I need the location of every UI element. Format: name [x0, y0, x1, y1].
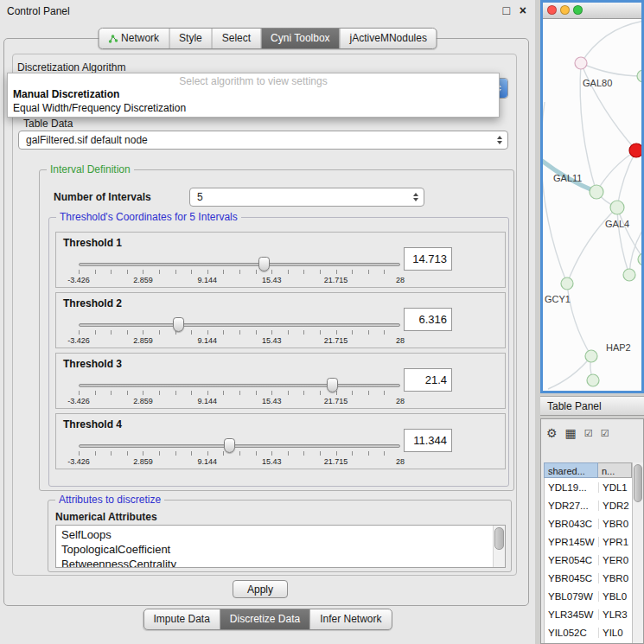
- tab-network[interactable]: Network: [99, 29, 169, 48]
- attributes-group: Attributes to discretize Numerical Attri…: [48, 500, 512, 572]
- threshold-value-input[interactable]: [404, 368, 452, 392]
- tab-cyni-toolbox[interactable]: Cyni Toolbox: [261, 29, 340, 48]
- network-edge[interactable]: [596, 150, 636, 192]
- threshold-slider[interactable]: -3.4262.8599.14415.4321.71528: [79, 257, 400, 288]
- tab-discretize-data[interactable]: Discretize Data: [220, 609, 310, 629]
- network-node[interactable]: [561, 277, 573, 290]
- table-cell: YBR0: [599, 573, 632, 583]
- table-row[interactable]: YBR045CYBR0: [545, 569, 632, 587]
- threshold-value-input[interactable]: [404, 429, 452, 452]
- threshold-slider[interactable]: -3.4262.8599.14415.4321.71528: [79, 438, 400, 469]
- network-edge[interactable]: [581, 63, 641, 76]
- scale-label: 15.43: [262, 276, 282, 284]
- network-node[interactable]: [585, 350, 597, 362]
- column-header[interactable]: shared...: [544, 462, 598, 478]
- network-edge[interactable]: [617, 207, 641, 259]
- threshold-value-input[interactable]: [404, 308, 452, 331]
- table-row[interactable]: YDL19...YDL1: [545, 478, 632, 496]
- table-cell: YLR345W: [545, 609, 599, 620]
- table-cell: YDR27...: [545, 501, 599, 511]
- network-window-titlebar[interactable]: [543, 3, 641, 19]
- scrollbar-thumb[interactable]: [634, 464, 642, 502]
- network-node-label: GCY1: [545, 294, 571, 304]
- tab-select[interactable]: Select: [213, 29, 261, 48]
- attributes-scrollbar[interactable]: [493, 526, 505, 567]
- network-node[interactable]: [629, 143, 641, 157]
- threshold-slider[interactable]: -3.4262.8599.14415.4321.71528: [79, 317, 400, 348]
- slider-thumb[interactable]: [258, 257, 270, 271]
- threshold-slider[interactable]: -3.4262.8599.14415.4321.71528: [79, 378, 400, 409]
- list-item[interactable]: TopologicalCoefficient: [56, 542, 505, 557]
- network-edge[interactable]: [617, 207, 629, 275]
- algorithm-option[interactable]: Equal Width/Frequency Discretization: [8, 101, 499, 115]
- table-row[interactable]: YPR145WYPR1: [545, 532, 632, 551]
- attributes-title: Attributes to discretize: [55, 494, 164, 506]
- tab-impute-data[interactable]: Impute Data: [143, 609, 220, 629]
- algorithm-placeholder-option[interactable]: Select algorithm to view settings: [8, 73, 499, 87]
- tab-label: Discretize Data: [230, 613, 300, 625]
- table-row[interactable]: YER054CYER0: [545, 551, 632, 569]
- scrollbar-thumb[interactable]: [494, 527, 504, 550]
- checkbox-icon[interactable]: ☑: [601, 426, 609, 440]
- table-row[interactable]: YDR27...YDR2: [545, 496, 632, 514]
- slider-thumb[interactable]: [173, 317, 184, 332]
- network-graph: GAL80GAL11GAL4GCY1HAP2: [543, 19, 641, 391]
- attributes-listbox[interactable]: SelfLoopsTopologicalCoefficientBetweenne…: [55, 525, 506, 568]
- network-node[interactable]: [590, 185, 603, 199]
- tab-label: Infer Network: [320, 613, 381, 625]
- network-edge[interactable]: [581, 63, 636, 150]
- algorithm-options: Manual DiscretizationEqual Width/Frequen…: [8, 87, 499, 115]
- scale-label: 21.715: [324, 397, 348, 405]
- slider-ticks: [79, 270, 400, 274]
- table-row[interactable]: YBL079WYBL0: [545, 587, 632, 605]
- close-icon[interactable]: ×: [520, 3, 526, 17]
- network-node[interactable]: [637, 70, 641, 82]
- tab-infer-network[interactable]: Infer Network: [310, 609, 391, 629]
- network-edge[interactable]: [543, 102, 567, 284]
- network-edge[interactable]: [581, 21, 641, 63]
- network-node[interactable]: [587, 374, 599, 386]
- columns-icon[interactable]: ▦: [565, 426, 577, 440]
- zoom-traffic-light[interactable]: [573, 5, 583, 15]
- network-view-window: GAL80GAL11GAL4GCY1HAP2: [540, 0, 644, 393]
- tab-style[interactable]: Style: [169, 29, 213, 48]
- number-of-intervals-combo[interactable]: 5: [189, 188, 424, 207]
- slider-thumb[interactable]: [327, 378, 338, 392]
- threshold-box: Threshold 4-3.4262.8599.14415.4321.71528: [55, 413, 506, 469]
- network-edge[interactable]: [567, 284, 591, 356]
- tab-jactivemnodules[interactable]: jActiveMNodules: [341, 29, 437, 48]
- network-edge[interactable]: [629, 226, 641, 275]
- column-header[interactable]: n...: [598, 462, 632, 478]
- network-edge[interactable]: [617, 150, 636, 207]
- table-data-combo[interactable]: galFiltered.sif default node: [18, 131, 508, 150]
- table-row[interactable]: YBR043CYBR0: [545, 514, 632, 532]
- apply-button[interactable]: Apply: [233, 580, 288, 598]
- network-canvas[interactable]: GAL80GAL11GAL4GCY1HAP2: [543, 19, 641, 391]
- slider-thumb[interactable]: [224, 438, 235, 453]
- combo-arrows-icon[interactable]: [494, 136, 505, 144]
- list-item[interactable]: BetweennessCentrality: [56, 557, 505, 568]
- combo-arrows-icon[interactable]: [410, 193, 421, 201]
- table-row[interactable]: YIL052CYIL0: [545, 623, 632, 641]
- table-scrollbar[interactable]: [632, 462, 643, 643]
- minimize-icon[interactable]: □: [503, 3, 510, 17]
- close-traffic-light[interactable]: [547, 5, 557, 15]
- network-node[interactable]: [610, 201, 624, 214]
- network-node[interactable]: [623, 269, 635, 281]
- table-cell: YBL0: [599, 591, 632, 602]
- threshold-value-input[interactable]: [404, 247, 452, 271]
- network-edge[interactable]: [548, 356, 591, 389]
- thresholds-title: Threshold's Coordinates for 5 Intervals: [56, 211, 241, 223]
- table-panel-header[interactable]: Table Panel: [540, 396, 644, 416]
- list-item[interactable]: SelfLoops: [56, 527, 505, 542]
- table-cell: YDL19...: [545, 482, 599, 493]
- network-node[interactable]: [575, 57, 587, 69]
- network-node-label: GAL4: [605, 219, 629, 229]
- table-row[interactable]: YLR345WYLR3: [545, 605, 632, 623]
- checkbox-icon[interactable]: ☑: [584, 426, 593, 440]
- network-node[interactable]: [638, 253, 641, 265]
- algorithm-option[interactable]: Manual Discretization: [8, 87, 499, 101]
- scale-label: 28: [396, 336, 405, 345]
- gear-icon[interactable]: ⚙: [546, 426, 558, 440]
- minimize-traffic-light[interactable]: [560, 5, 570, 15]
